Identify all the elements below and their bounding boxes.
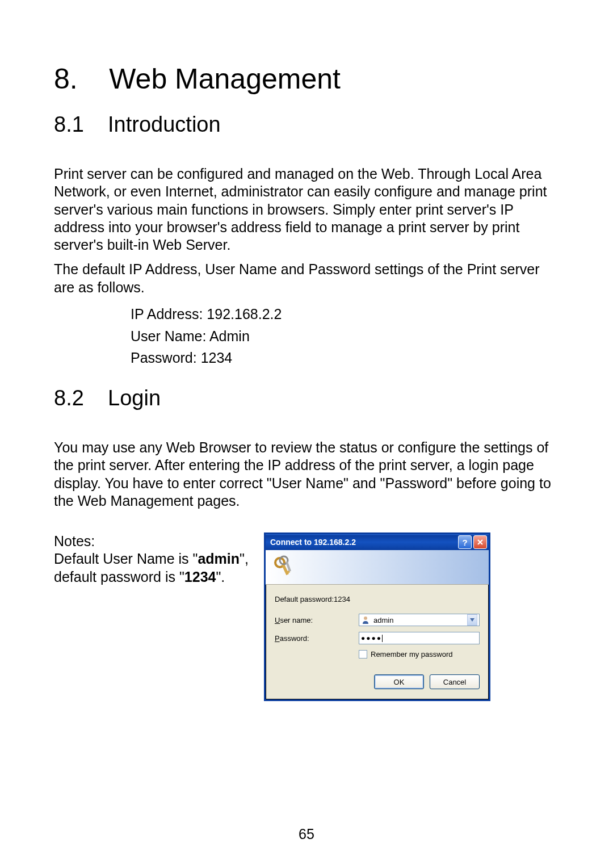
dialog-hint: Default password:1234 <box>275 595 480 603</box>
section-1-number: 8.1 <box>54 112 84 136</box>
username-combobox[interactable]: admin <box>359 614 480 626</box>
section-1-title: 8.1 Introduction <box>54 112 559 137</box>
password-label: Password: <box>275 634 354 643</box>
section-2-name: Login <box>108 386 161 410</box>
login-paragraph-1: You may use any Web Browser to review th… <box>54 439 559 510</box>
keys-icon <box>271 555 296 580</box>
username-label: User name: <box>275 616 354 624</box>
help-button[interactable]: ? <box>458 535 472 549</box>
cancel-button[interactable]: Cancel <box>430 674 480 689</box>
page-number: 65 <box>0 826 613 842</box>
login-dialog: Connect to 192.168.2.2 ? <box>264 532 490 701</box>
default-user: User Name: Admin <box>131 325 559 347</box>
intro-paragraph-2: The default IP Address, User Name and Pa… <box>54 261 559 296</box>
notes-line-2: default password is "1234". <box>54 568 250 586</box>
chapter-name: Web Management <box>109 63 341 95</box>
section-2-title: 8.2 Login <box>54 386 559 410</box>
manual-page: 8. Web Management 8.1 Introduction Print… <box>0 0 613 701</box>
ok-button[interactable]: OK <box>374 674 424 689</box>
user-icon <box>361 615 370 624</box>
intro-paragraph-1: Print server can be configured and manag… <box>54 165 559 254</box>
close-button[interactable] <box>473 535 487 549</box>
remember-checkbox[interactable] <box>359 650 367 659</box>
remember-label: Remember my password <box>371 650 453 659</box>
chapter-number: 8. <box>54 63 78 95</box>
chapter-title: 8. Web Management <box>54 62 559 95</box>
dropdown-arrow-icon[interactable] <box>467 614 477 626</box>
password-input[interactable]: ●●●● <box>359 632 480 644</box>
notes-line-1: Default User Name is "admin", <box>54 550 250 568</box>
notes-block: Notes: Default User Name is "admin", def… <box>54 532 250 586</box>
default-settings-list: IP Address: 192.168.2.2 User Name: Admin… <box>131 303 559 369</box>
dialog-banner <box>266 550 489 585</box>
close-icon <box>477 538 484 547</box>
dialog-titlebar[interactable]: Connect to 192.168.2.2 ? <box>266 534 489 550</box>
password-mask: ●●●● <box>361 634 382 642</box>
default-password: Password: 1234 <box>131 347 559 369</box>
dialog-title: Connect to 192.168.2.2 <box>270 538 356 547</box>
text-cursor <box>382 635 383 642</box>
help-icon: ? <box>462 538 467 547</box>
svg-point-5 <box>364 617 367 620</box>
section-1-name: Introduction <box>108 112 221 136</box>
section-2-number: 8.2 <box>54 386 84 410</box>
username-value: admin <box>373 616 393 624</box>
notes-heading: Notes: <box>54 532 250 550</box>
default-ip: IP Address: 192.168.2.2 <box>131 303 559 325</box>
